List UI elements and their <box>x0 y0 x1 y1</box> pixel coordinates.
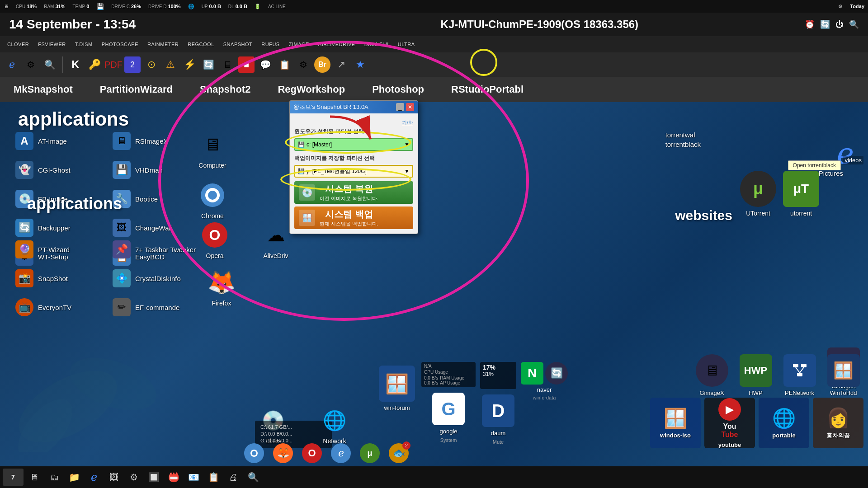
tile-windos-iso[interactable]: 🪟 windos-iso <box>650 398 701 448</box>
icon-crystaldiskinfo[interactable]: 💠 CrystalDiskInfo <box>110 267 200 289</box>
dialog-body: 기/화 윈도우가 설치된 파티션 선택 💾 c: [Master] ▼ 백업이미… <box>290 113 418 234</box>
icon-at-image[interactable]: A AT-Image <box>13 130 103 152</box>
toolbar-icon-pdf[interactable]: PDF <box>105 56 122 73</box>
toolbar-icon-search[interactable]: 🔍 <box>42 56 58 73</box>
tile-win-forum[interactable]: 🪟 win-forum <box>375 362 419 448</box>
toolbar-rufus[interactable]: RUFUS <box>258 41 283 48</box>
toolbar-airlivedrive[interactable]: AIRLIVEDRIVE <box>315 41 359 48</box>
icon-vhdman[interactable]: 💾 VHDman <box>110 159 200 181</box>
open-torrentblack-tooltip: Open torrentblack <box>788 160 841 170</box>
refresh-icon: 🔄 <box>820 19 830 29</box>
toolbar-icon-chat[interactable]: 💬 <box>257 56 274 73</box>
toolbar-clover[interactable]: CLOVER <box>4 41 33 48</box>
toolbar-ultra[interactable]: ULTRA <box>394 41 419 48</box>
toolbar-icon-arrow[interactable]: ↗ <box>333 56 349 73</box>
toolbar-snapshot[interactable]: SNAPSHOT <box>220 41 256 48</box>
icon-7taskbar[interactable]: 📌 7+ Taskbar Tweaker <box>110 239 200 260</box>
toolbar-icon-settings[interactable]: ⚙ <box>23 56 39 73</box>
dialog-minimize[interactable]: _ <box>396 103 404 111</box>
icon-everyontv[interactable]: 📺 EveryonTV <box>13 296 103 318</box>
taskbar-app1[interactable]: 🔲 <box>145 469 163 486</box>
icon-penetwork[interactable]: PENetwork <box>779 351 820 400</box>
toolbar-icon-key[interactable]: 🔑 <box>86 56 103 73</box>
icon-utorrent-text[interactable]: μT utorrent <box>779 167 823 221</box>
search-icon[interactable]: 🔍 <box>849 19 859 29</box>
dialog-link-text[interactable]: 기/화 <box>402 120 413 125</box>
download-monitor: DL 0.0 B <box>228 4 247 9</box>
dropdown2[interactable]: 💾 y: [PE_Test전용임.120G] ▼ <box>294 165 413 178</box>
taskbar-app2[interactable]: 📛 <box>165 469 183 486</box>
winfordata-icon[interactable]: 🔄 <box>545 362 568 385</box>
tile-hongcha[interactable]: 👩 홍차의꿈 <box>813 398 863 448</box>
taskbar-email[interactable]: 📧 <box>184 469 203 486</box>
app-rstudio[interactable]: RStudioPortabl <box>451 84 524 95</box>
browser-firefox[interactable]: 🦊 <box>273 443 293 463</box>
icon-cgi-ghost[interactable]: 👻 CGI-Ghost <box>13 159 103 181</box>
toolbar-icon-2[interactable]: 2 <box>124 56 141 73</box>
taskbar-computer[interactable]: 🖥 <box>25 469 43 486</box>
toolbar-icon-clipboard[interactable]: 📋 <box>276 56 292 73</box>
taskbar-start[interactable]: 7 <box>3 469 24 486</box>
tile-youtube[interactable]: ▶ You Tube youtube <box>704 398 755 448</box>
icon-snapshot[interactable]: 📸 SnapShot <box>13 267 103 289</box>
icon-ef-commande[interactable]: ✏ EF-commande <box>110 296 200 318</box>
everyontv-icon: 📺 <box>15 298 33 316</box>
toolbar-photoscape[interactable]: PHOTOSCAPE <box>98 41 142 48</box>
icon-hwp[interactable]: HWP HWP <box>736 351 776 400</box>
icon-bootice[interactable]: 🔧 Bootice <box>110 188 200 210</box>
icon-opera[interactable]: O Opera <box>197 217 233 263</box>
dialog-close[interactable]: ✕ <box>406 103 414 111</box>
icon-alivedrive[interactable]: ☁ AliveDriv <box>258 217 294 263</box>
taskbar-print[interactable]: 🖨 <box>224 469 242 486</box>
taskbar-photos[interactable]: 🖼 <box>105 469 123 486</box>
app-regworkshop[interactable]: RegWorkshop <box>278 84 345 95</box>
icon-pt-wizard[interactable]: 🔮 PT-Wizard <box>13 239 103 260</box>
toolbar-icon-refresh[interactable]: 🔄 <box>200 56 217 73</box>
icon-utorrent[interactable]: μ UTorrent <box>736 167 780 221</box>
icon-computer[interactable]: 🖥 Computer <box>194 127 231 173</box>
taskbar-clipboard[interactable]: 📋 <box>204 469 222 486</box>
tile-daum[interactable]: D daum Mute <box>478 391 518 448</box>
icon-firefox[interactable]: 🦊 Firefox <box>203 264 240 310</box>
toolbar-icon-lightning[interactable]: ⚡ <box>181 56 198 73</box>
taskbar-folder[interactable]: 🗂 <box>45 469 63 486</box>
browser-opera[interactable]: O <box>302 443 322 463</box>
toolbar-icon-star[interactable]: ★ <box>352 56 368 73</box>
toolbar-dism-gui[interactable]: DISM GUI <box>361 41 392 48</box>
toolbar-zimage[interactable]: ZIMAGE <box>285 41 313 48</box>
icon-network[interactable]: 🌐 Network <box>316 402 353 448</box>
dropdown1[interactable]: 💾 c: [Master] ▼ <box>294 138 413 151</box>
icon-rsimagex[interactable]: 🖥 RSImageX <box>110 130 200 152</box>
toolbar-icon-k[interactable]: K <box>67 56 84 73</box>
icon-chrome[interactable]: Chrome <box>194 177 231 223</box>
browser-utorrent[interactable]: μ <box>360 443 380 463</box>
taskbar-files[interactable]: 📁 <box>65 469 83 486</box>
icon-gimagex2[interactable]: 🖥 GimageX <box>692 351 732 400</box>
toolbar-rainmeter[interactable]: RAINMETER <box>144 41 182 48</box>
toolbar-icon-br[interactable]: Br <box>314 56 330 73</box>
tile-portable[interactable]: 🌐 portable <box>759 398 809 448</box>
toolbar-tdism[interactable]: T.DISM <box>71 41 96 48</box>
toolbar-icon-gear2[interactable]: ⚙ <box>295 56 311 73</box>
app-snapshot2[interactable]: Snapshot2 <box>200 84 250 95</box>
toolbar-fsviewer[interactable]: FSVIEWER <box>34 41 69 48</box>
btn-restore[interactable]: 💿 시스템 복원 이전 이미지로 복원합니다. <box>294 181 413 204</box>
toolbar-icon-monitor[interactable]: 🖥 <box>219 56 236 73</box>
toolbar-icon-warning[interactable]: ⚠ <box>162 56 179 73</box>
browser-chrome[interactable] <box>244 443 264 463</box>
toolbar-icon-ie[interactable]: ℯ <box>4 56 20 73</box>
app-mksnapshot[interactable]: MkSnapshot <box>14 84 73 95</box>
naver-icon[interactable]: N <box>521 362 543 385</box>
app-photoshop[interactable]: Photoshop <box>372 84 424 95</box>
tile-google[interactable]: G google System <box>429 389 468 446</box>
taskbar-search[interactable]: 🔍 <box>244 469 262 486</box>
toolbar-icon-circle-o[interactable]: ⊙ <box>143 56 160 73</box>
icon-wintohdd[interactable]: 🪟 WinToHdd <box>823 351 863 400</box>
btn-backup[interactable]: 🪟 시스템 백업 현재 시스템을 백업합니다. <box>294 206 413 229</box>
taskbar-settings[interactable]: ⚙ <box>125 469 143 486</box>
taskbar-ie[interactable]: ℯ <box>85 469 103 486</box>
browser-ie[interactable]: ℯ <box>331 443 351 463</box>
toolbar-regcool[interactable]: REGCOOL <box>184 41 218 48</box>
toolbar-icon-red-box[interactable]: ■ <box>238 56 255 73</box>
app-partitionwizard[interactable]: PartitionWizard <box>100 84 173 95</box>
